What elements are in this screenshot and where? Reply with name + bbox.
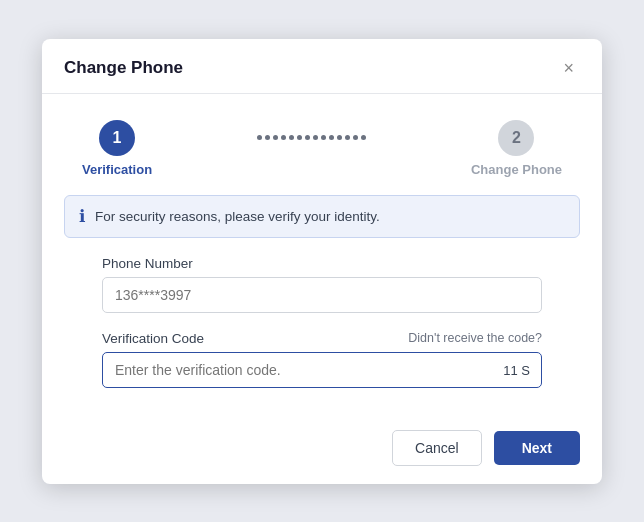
step-1: 1 Verification — [82, 120, 152, 177]
phone-label-row: Phone Number — [102, 256, 542, 271]
next-button[interactable]: Next — [494, 431, 580, 465]
dot — [361, 135, 366, 140]
dot — [313, 135, 318, 140]
code-input-wrapper: 11 S — [102, 352, 542, 388]
verification-code-input[interactable] — [102, 352, 542, 388]
modal-footer: Cancel Next — [42, 416, 602, 484]
code-label-row: Verification Code Didn't receive the cod… — [102, 331, 542, 346]
form-body: Phone Number Verification Code Didn't re… — [42, 256, 602, 416]
step-1-circle: 1 — [99, 120, 135, 156]
dot — [337, 135, 342, 140]
step-2-circle: 2 — [498, 120, 534, 156]
verification-code-group: Verification Code Didn't receive the cod… — [102, 331, 542, 388]
phone-number-group: Phone Number — [102, 256, 542, 313]
dot — [329, 135, 334, 140]
dot — [273, 135, 278, 140]
dot — [345, 135, 350, 140]
code-label: Verification Code — [102, 331, 204, 346]
dot — [265, 135, 270, 140]
timer-badge: 11 S — [503, 362, 530, 377]
dot — [353, 135, 358, 140]
step-1-label: Verification — [82, 162, 152, 177]
dot — [321, 135, 326, 140]
resend-link[interactable]: Didn't receive the code? — [408, 331, 542, 345]
dot — [289, 135, 294, 140]
phone-label: Phone Number — [102, 256, 193, 271]
stepper: 1 Verification 2 Chang — [42, 94, 602, 195]
info-icon: ℹ — [79, 206, 85, 227]
cancel-button[interactable]: Cancel — [392, 430, 482, 466]
dot — [305, 135, 310, 140]
step-dots — [152, 135, 471, 162]
dot — [281, 135, 286, 140]
close-button[interactable]: × — [557, 57, 580, 79]
info-bar: ℹ For security reasons, please verify yo… — [64, 195, 580, 238]
step-2: 2 Change Phone — [471, 120, 562, 177]
info-text: For security reasons, please verify your… — [95, 209, 380, 224]
modal-title: Change Phone — [64, 58, 183, 78]
dots-line — [257, 135, 366, 140]
change-phone-modal: Change Phone × 1 Verification — [42, 39, 602, 484]
phone-number-input[interactable] — [102, 277, 542, 313]
step-2-label: Change Phone — [471, 162, 562, 177]
dot — [257, 135, 262, 140]
modal-header: Change Phone × — [42, 39, 602, 94]
dot — [297, 135, 302, 140]
